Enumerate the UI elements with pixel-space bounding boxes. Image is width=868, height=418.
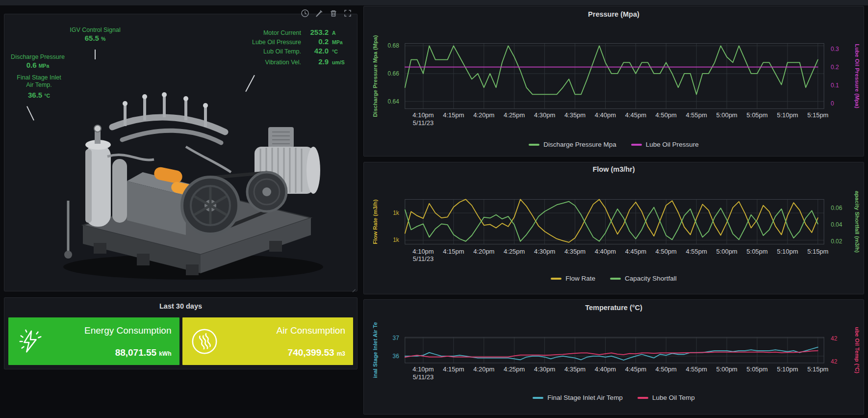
svg-text:4:45pm: 4:45pm (625, 111, 646, 119)
svg-text:0.1: 0.1 (831, 82, 839, 89)
svg-text:4:50pm: 4:50pm (656, 366, 677, 373)
legend-dash (631, 144, 642, 146)
fullscreen-icon[interactable] (343, 9, 352, 18)
series-discharge-pressure-mpa (405, 46, 818, 94)
legend-dash (551, 278, 562, 280)
svg-text:5:05pm: 5:05pm (746, 111, 767, 119)
svg-text:inal Stage Inlet Air Te: inal Stage Inlet Air Te (372, 322, 378, 378)
svg-text:42: 42 (831, 335, 838, 342)
svg-text:0.04: 0.04 (831, 221, 842, 228)
svg-text:5/11/23: 5/11/23 (413, 256, 434, 263)
kpi-panel: Last 30 days Energy Consumption 88,071.5… (4, 297, 357, 369)
svg-text:5:15pm: 5:15pm (807, 248, 828, 255)
svg-text:4:45pm: 4:45pm (625, 248, 646, 255)
kpi-value: 740,399.53m3 (288, 347, 345, 358)
svg-text:ube Oil Temp (°C): ube Oil Temp (°C) (854, 327, 860, 373)
svg-text:4:15pm: 4:15pm (443, 366, 464, 373)
svg-text:4:20pm: 4:20pm (473, 366, 494, 373)
sensor-lub-oil-temp: Lub Oil Temp. 42.0 °C (223, 47, 356, 55)
svg-text:5:15pm: 5:15pm (807, 111, 828, 119)
igv-leader-line (95, 50, 96, 59)
svg-text:4:50pm: 4:50pm (656, 111, 677, 119)
flow-legend: Flow RateCapacity Shortfall (364, 275, 864, 282)
svg-text:37: 37 (393, 335, 400, 341)
panel-toolbar (301, 9, 352, 18)
sensor-discharge-pressure: Discharge Pressure 0.6MPa (10, 53, 65, 70)
svg-text:4:25pm: 4:25pm (504, 248, 525, 255)
svg-text:4:55pm: 4:55pm (686, 248, 707, 255)
svg-text:5/11/23: 5/11/23 (413, 373, 434, 381)
legend-item-lube-oil-temp[interactable]: Lube Oil Temp (638, 394, 695, 401)
legend-item-discharge-pressure-mpa[interactable]: Discharge Pressure Mpa (529, 141, 616, 148)
svg-text:Lube Oil Pressure (Mpa): Lube Oil Pressure (Mpa) (854, 44, 860, 108)
svg-text:0.06: 0.06 (831, 205, 842, 211)
svg-text:apacity Shortfall (m3/h): apacity Shortfall (m3/h) (854, 191, 860, 253)
legend-dash (529, 144, 539, 146)
svg-text:4:35pm: 4:35pm (564, 111, 586, 119)
legend-item-flow-rate[interactable]: Flow Rate (551, 275, 595, 282)
series-final-stage-inlet-air-temp (405, 347, 818, 360)
svg-text:4:20pm: 4:20pm (473, 248, 494, 255)
clock-icon[interactable] (301, 9, 309, 18)
svg-text:5/11/23: 5/11/23 (413, 119, 434, 127)
svg-text:42: 42 (831, 358, 838, 365)
svg-text:36: 36 (393, 353, 400, 360)
svg-text:4:35pm: 4:35pm (564, 366, 586, 373)
pressure-legend: Discharge Pressure MpaLube Oil Pressure (364, 141, 864, 148)
sensor-final-stage-temp: Final Stage Inlet Air Temp. 36.5°C (8, 74, 70, 100)
trash-icon[interactable] (329, 9, 338, 18)
svg-text:Flow Rate (m3/h): Flow Rate (m3/h) (372, 199, 378, 244)
legend-dash (638, 397, 648, 399)
svg-text:1k: 1k (393, 236, 399, 243)
svg-text:0.66: 0.66 (388, 70, 400, 77)
svg-text:4:55pm: 4:55pm (686, 111, 707, 119)
svg-text:4:35pm: 4:35pm (564, 248, 586, 255)
svg-text:4:30pm: 4:30pm (534, 366, 555, 373)
svg-text:4:15pm: 4:15pm (443, 248, 464, 255)
compressor-panel: IGV Control Signal 65.5% Discharge Press… (4, 14, 357, 291)
temperature-panel: Temperature (°C) 4:10pm5/11/234:15pm4:20… (363, 299, 864, 415)
dashboard: IGV Control Signal 65.5% Discharge Press… (0, 0, 868, 418)
airflow-icon (190, 327, 219, 356)
svg-text:4:40pm: 4:40pm (595, 111, 616, 119)
svg-text:5:10pm: 5:10pm (777, 248, 798, 255)
flow-panel: Flow (m3/hr) 4:10pm5/11/234:15pm4:20pm4:… (363, 162, 864, 294)
svg-text:4:20pm: 4:20pm (473, 111, 494, 119)
svg-text:0: 0 (831, 100, 834, 107)
air-consumption-stat: Air Consumption 740,399.53m3 (182, 317, 354, 365)
svg-text:0.02: 0.02 (831, 238, 842, 245)
legend-item-lube-oil-pressure[interactable]: Lube Oil Pressure (631, 141, 699, 148)
svg-text:4:45pm: 4:45pm (625, 366, 646, 373)
svg-text:5:05pm: 5:05pm (746, 248, 767, 255)
svg-text:4:10pm: 4:10pm (412, 111, 434, 119)
pressure-panel: Pressure (Mpa) 4:10pm5/11/234:15pm4:20pm… (363, 6, 864, 157)
svg-text:0.64: 0.64 (388, 98, 400, 105)
pressure-chart[interactable]: 4:10pm5/11/234:15pm4:20pm4:25pm4:30pm4:3… (364, 6, 864, 156)
svg-text:4:15pm: 4:15pm (443, 111, 464, 119)
top-strip (0, 0, 868, 5)
panel-resize-handle[interactable] (351, 285, 356, 290)
edit-icon[interactable] (315, 9, 324, 18)
legend-dash (610, 278, 621, 280)
sensor-vibration-vel: Vibration Vel. 2.9 um/S (223, 57, 356, 66)
flow-chart[interactable]: 4:10pm5/11/234:15pm4:20pm4:25pm4:30pm4:3… (364, 162, 864, 294)
svg-text:5:00pm: 5:00pm (716, 111, 737, 119)
lightning-icon (16, 327, 45, 356)
svg-text:4:10pm: 4:10pm (412, 366, 434, 373)
kpi-panel-title: Last 30 days (4, 302, 357, 310)
svg-text:4:10pm: 4:10pm (412, 248, 434, 255)
svg-text:5:10pm: 5:10pm (777, 366, 798, 373)
kpi-row: Energy Consumption 88,071.55kWh Air Cons… (8, 317, 353, 365)
svg-text:4:40pm: 4:40pm (595, 248, 616, 255)
svg-text:4:55pm: 4:55pm (686, 366, 707, 373)
legend-item-capacity-shortfall[interactable]: Capacity Shortfall (610, 275, 677, 282)
svg-text:4:25pm: 4:25pm (504, 111, 525, 119)
legend-item-final-stage-inlet-air-temp[interactable]: Final Stage Inlet Air Temp (533, 394, 623, 401)
kpi-value: 88,071.55kWh (115, 347, 172, 358)
sensor-lube-oil-pressure: Lube Oil Pressure 0.2 MPa (223, 37, 356, 46)
svg-text:5:00pm: 5:00pm (716, 366, 737, 373)
svg-text:0.68: 0.68 (388, 42, 400, 49)
series-capacity-shortfall (405, 202, 818, 241)
svg-text:Discharge Pressure Mpa (Mpa): Discharge Pressure Mpa (Mpa) (372, 35, 378, 117)
kpi-label: Energy Consumption (84, 325, 171, 336)
